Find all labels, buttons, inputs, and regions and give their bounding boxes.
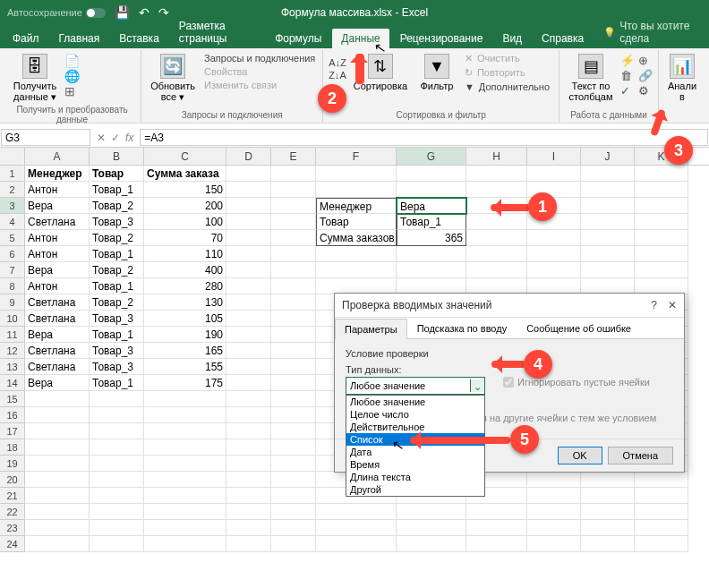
cell[interactable] [635,230,688,246]
cell[interactable] [226,423,271,439]
cell[interactable] [466,520,527,536]
cell[interactable] [226,359,271,375]
column-header[interactable]: H [466,148,527,165]
row-header[interactable]: 8 [0,278,25,294]
cell[interactable] [226,536,271,552]
row-header[interactable]: 22 [0,504,25,520]
cell[interactable] [316,246,397,262]
consolidate-icon[interactable]: ⊕ [638,54,653,67]
row-header[interactable]: 2 [0,182,25,198]
manage-icon[interactable]: ⚙ [638,84,653,98]
cell[interactable] [316,262,397,278]
cell[interactable]: 70 [144,230,226,246]
cell[interactable] [581,262,635,278]
cell[interactable] [144,439,226,456]
cell[interactable]: Светлана [25,214,90,230]
cell[interactable]: 110 [144,246,226,262]
cell[interactable] [397,246,466,262]
undo-icon[interactable]: ↶ [139,5,149,20]
cell[interactable] [226,230,271,246]
cell[interactable] [527,520,581,536]
from-table-icon[interactable]: ⊞ [64,84,80,98]
ribbon-tab-Файл[interactable]: Файл [4,29,48,48]
column-header[interactable]: F [316,148,397,165]
formula-input[interactable]: =A3 [140,129,708,146]
cell[interactable]: Антон [25,230,90,246]
cell[interactable]: 150 [144,182,226,198]
cell[interactable]: Товар_1 [90,327,144,343]
combo-option[interactable]: Длина текста [346,471,484,483]
cell[interactable]: Сумма заказов [316,230,397,246]
row-header[interactable]: 23 [0,520,25,536]
cell[interactable] [271,278,316,294]
combo-option[interactable]: Время [346,458,484,471]
cell[interactable] [25,504,90,520]
autosave-toggle[interactable]: Автосохранение [7,7,106,18]
cell[interactable] [271,359,316,375]
cell[interactable]: Товар_1 [90,375,144,391]
cell[interactable]: 105 [144,311,226,327]
cell[interactable] [271,488,316,504]
sort-za-icon[interactable]: Z↓A [329,70,346,81]
cell[interactable] [316,504,397,520]
cell[interactable] [90,472,144,488]
cell[interactable] [271,423,316,439]
close-icon[interactable]: ✕ [668,299,677,311]
cell[interactable] [635,166,688,182]
cell[interactable] [635,198,688,214]
cell[interactable] [226,294,271,311]
cell[interactable] [581,488,635,504]
cell[interactable]: 400 [144,262,226,278]
cell[interactable]: Товар_1 [90,182,144,198]
cell[interactable] [271,166,316,182]
cell[interactable] [581,246,635,262]
cell[interactable] [466,182,527,198]
cell[interactable]: 165 [144,343,226,359]
cell[interactable] [466,262,527,278]
cell[interactable] [226,166,271,182]
cell[interactable] [226,182,271,198]
cell[interactable]: 155 [144,359,226,375]
cell[interactable]: Светлана [25,311,90,327]
cell[interactable] [226,278,271,294]
cell[interactable]: Товар_2 [90,294,144,311]
flash-fill-icon[interactable]: ⚡ [620,54,635,67]
row-header[interactable]: 12 [0,343,25,359]
row-header[interactable]: 13 [0,359,25,375]
cell[interactable]: Вера [25,198,90,214]
cell[interactable] [226,375,271,391]
cell[interactable]: Менеджер [316,198,397,214]
cell[interactable] [25,407,90,423]
row-header[interactable]: 14 [0,375,25,391]
cell[interactable] [226,198,271,214]
cell[interactable]: Вера [25,327,90,343]
cell[interactable] [271,472,316,488]
redo-icon[interactable]: ↷ [158,5,169,20]
name-box[interactable]: G3 [1,129,90,146]
cell[interactable] [316,536,397,552]
cell[interactable] [581,198,635,214]
combo-option[interactable]: Целое число [346,408,484,421]
cell[interactable]: Товар_2 [90,198,144,214]
row-header[interactable]: 1 [0,166,25,182]
ribbon-tab-Формулы[interactable]: Формулы [266,29,330,48]
cell[interactable] [635,246,688,262]
cell[interactable]: Светлана [25,294,90,311]
row-header[interactable]: 24 [0,536,25,552]
cell[interactable] [226,504,271,520]
row-header[interactable]: 17 [0,423,25,439]
dialog-tab[interactable]: Сообщение об ошибке [517,318,641,338]
cell[interactable]: Товар_3 [90,214,144,230]
cell[interactable]: Менеджер [25,166,90,182]
text-to-columns-button[interactable]: ▤ Текст по столбцам [565,52,617,104]
cell[interactable] [144,472,226,488]
row-header[interactable]: 7 [0,262,25,278]
cell[interactable]: Товар [90,166,144,182]
refresh-all-button[interactable]: 🔄 Обновить все ▾ [147,52,199,104]
cell[interactable] [271,327,316,343]
cell[interactable] [90,423,144,439]
cell[interactable] [271,262,316,278]
cell[interactable]: Антон [25,246,90,262]
cell[interactable] [581,230,635,246]
cell[interactable]: Товар_3 [90,343,144,359]
